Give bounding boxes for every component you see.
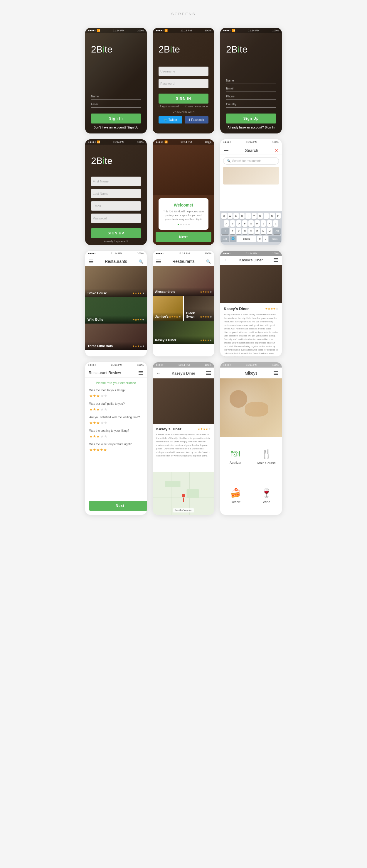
key-f[interactable]: F <box>242 220 248 227</box>
key-z[interactable]: Z <box>230 228 235 235</box>
key-e[interactable]: E <box>233 213 239 219</box>
status-bar-4: ●●●●○📶 11:14 PM 100% <box>85 140 147 145</box>
key-123[interactable]: 123 <box>221 236 229 242</box>
key-x[interactable]: X <box>236 228 241 235</box>
key-c[interactable]: C <box>242 228 248 235</box>
email-field-label-3: Email <box>226 87 276 92</box>
key-o[interactable]: O <box>270 213 275 219</box>
restaurant-item-3[interactable]: Three Little Hats ★★★★★ <box>85 323 147 350</box>
facebook-button[interactable]: f Facebook <box>185 116 208 124</box>
sign-in-button[interactable]: Sign In <box>91 114 141 124</box>
key-h[interactable]: H <box>255 220 260 227</box>
key-v[interactable]: V <box>248 228 254 235</box>
key-t[interactable]: T <box>246 213 251 219</box>
detail-hero-image <box>220 265 282 303</box>
status-bar-6: ●●●●○ 11:14 PM 100% <box>220 140 282 145</box>
search-placeholder: Search for restaurants <box>232 159 261 162</box>
key-i[interactable]: I <box>264 213 269 219</box>
key-l[interactable]: L <box>273 220 278 227</box>
first-name-input[interactable] <box>91 177 141 186</box>
search-nav-icon[interactable]: 🔍 <box>139 259 143 264</box>
rest-name-a3: Black Swan <box>186 311 200 318</box>
screen-restaurant-list: ●●●●○ 11:14 PM 100% Restaurants 🔍 Stake … <box>85 251 147 356</box>
mikeys-menu-icon[interactable] <box>274 371 278 375</box>
restaurant-item-2[interactable]: Wild Bulls ★★★★★ <box>85 297 147 323</box>
sign-up-button[interactable]: Sign Up <box>226 114 276 124</box>
key-a[interactable]: A <box>224 220 229 227</box>
username-input[interactable] <box>159 67 208 76</box>
key-k[interactable]: K <box>267 220 272 227</box>
menu-item-desert[interactable]: 🍰 Desert <box>220 476 251 515</box>
review-stars-4[interactable]: ★★★★★ <box>89 434 143 438</box>
menu-item-wine[interactable]: 🍷 Wine <box>251 476 282 515</box>
search-box[interactable]: 🔍 Search for restaurants <box>223 157 279 164</box>
sign-in-submit[interactable]: SIGN IN <box>159 94 208 103</box>
menu-hamburger-2[interactable] <box>156 259 161 263</box>
next-button-5[interactable]: Next <box>156 232 211 242</box>
key-p[interactable]: P <box>276 213 281 219</box>
menu-icon[interactable] <box>224 149 228 152</box>
key-q[interactable]: Q <box>221 213 227 219</box>
key-space[interactable]: space <box>237 236 256 242</box>
keyboard: Q W E R T Y U I O P A S D F G H J K L <box>220 211 282 245</box>
review-stars-2[interactable]: ★★★★★ <box>89 407 143 411</box>
rest-stars-1: ★★★★★ <box>133 292 144 295</box>
review-next-button[interactable]: Next <box>89 501 147 511</box>
review-stars-1[interactable]: ★★★★★ <box>89 394 143 398</box>
key-delete[interactable]: ⌫ <box>273 228 281 235</box>
screen-mikeys: ●●●●○ 11:14 PM 100% ← Mikeys 🍽 <box>220 362 282 515</box>
key-s[interactable]: S <box>230 220 235 227</box>
twitter-button[interactable]: 🐦 Twitter <box>159 116 182 124</box>
review-stars-5[interactable]: ★★★★★ <box>89 447 143 452</box>
password-input[interactable] <box>159 79 208 88</box>
rest-stars-a1: ★★★★★ <box>200 290 212 293</box>
key-shift[interactable]: ⇧ <box>221 228 229 235</box>
rest-stars-a4: ★★★★★ <box>200 339 212 342</box>
restaurant-item-a1[interactable]: Alessandro's ★★★★★ <box>153 266 214 296</box>
signup-submit[interactable]: SIGN UP <box>91 228 141 238</box>
key-r[interactable]: R <box>239 213 245 219</box>
close-icon[interactable]: ✕ <box>275 148 278 153</box>
last-name-input[interactable] <box>91 189 141 198</box>
menu-item-main[interactable]: 🍴 Main Course <box>251 437 282 476</box>
key-d[interactable]: D <box>236 220 241 227</box>
key-g[interactable]: G <box>248 220 254 227</box>
key-return[interactable]: return <box>269 236 281 242</box>
review-stars-3[interactable]: ★★★★★ <box>89 421 143 425</box>
key-w[interactable]: W <box>228 213 233 219</box>
screen-content-4: 2Bite SIGN UP Already Registered? OR SIG… <box>85 140 147 245</box>
restaurant-list: Stake House ★★★★★ Wild Bulls ★★★★★ <box>85 266 147 350</box>
key-j[interactable]: J <box>261 220 266 227</box>
kaseys-menu-icon[interactable] <box>206 371 211 375</box>
menu-hamburger[interactable] <box>89 259 93 263</box>
review-q2: Was our staff polite to you? <box>89 402 143 405</box>
restaurant-item-1[interactable]: Stake House ★★★★★ <box>85 266 147 297</box>
key-m[interactable]: M <box>267 228 272 235</box>
screen-sign-up-overlay: ●●●●○📶 11:14 PM 100% 2Bite Name Email Ph… <box>220 28 282 133</box>
back-arrow[interactable]: ← <box>224 257 228 262</box>
email-input-4[interactable] <box>91 201 141 211</box>
key-at[interactable]: @ <box>257 236 262 242</box>
or-divider: OR SIGN IN WITH <box>159 110 208 113</box>
search-nav-icon-2[interactable]: 🔍 <box>206 259 211 264</box>
review-title: Restaurant Review <box>89 371 121 375</box>
detail-menu-icon[interactable] <box>274 258 278 262</box>
signup-prompt: Don't have an account? Sign Up <box>91 126 141 129</box>
restaurant-item-a2[interactable]: Jamise's ★★★★★ <box>153 296 183 321</box>
key-y[interactable]: Y <box>252 213 257 219</box>
restaurants-title: Restaurants <box>105 259 127 264</box>
key-b[interactable]: B <box>255 228 260 235</box>
restaurant-item-a4[interactable]: Kasey's Diner ★★★★★ <box>153 321 214 344</box>
slide-indicator <box>163 224 204 225</box>
review-menu-icon[interactable] <box>139 371 143 375</box>
name-field-label-3: Name <box>226 79 276 84</box>
key-globe[interactable]: 🌐 <box>230 236 236 242</box>
key-dot[interactable]: . <box>263 236 268 242</box>
kaseys-back[interactable]: ← <box>156 371 161 376</box>
password-input-4[interactable] <box>91 214 141 223</box>
key-u[interactable]: U <box>257 213 263 219</box>
rest-name-2: Wild Bulls <box>87 318 103 321</box>
menu-item-appetizer[interactable]: 🍽 Apetizer <box>220 437 251 476</box>
key-n[interactable]: N <box>261 228 266 235</box>
restaurant-item-a3[interactable]: Black Swan ★★★★★ <box>184 296 214 321</box>
